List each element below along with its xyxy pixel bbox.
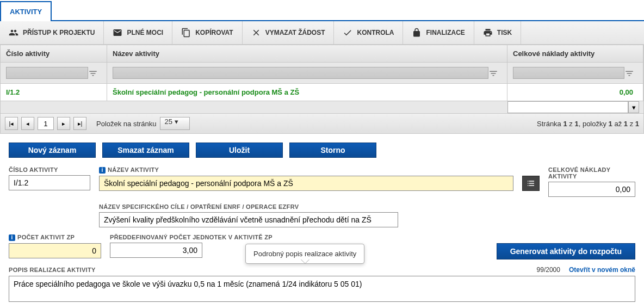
pager-prev[interactable]: ◂ xyxy=(21,117,34,130)
people-icon xyxy=(9,28,18,38)
table-row[interactable]: I/1.2 Školní speciální pedagog - personá… xyxy=(0,84,644,101)
grid: Číslo aktivity Název aktivity Celkové ná… xyxy=(0,45,644,134)
col-header-nazev[interactable]: Název aktivity xyxy=(107,45,507,62)
toolbar-tisk[interactable]: TISK xyxy=(474,21,521,44)
toolbar-label: PLNÉ MOCI xyxy=(127,29,163,36)
funnel-icon[interactable] xyxy=(624,69,634,78)
open-new-window-link[interactable]: Otevřít v novém okně xyxy=(569,266,635,274)
copy-icon xyxy=(181,28,191,38)
grid-filter-row xyxy=(0,63,644,84)
per-page-label: Položek na stránku xyxy=(96,120,157,128)
toolbar-vymazat[interactable]: VYMAZAT ŽÁDOST xyxy=(243,21,335,44)
pager-next[interactable]: ▸ xyxy=(57,117,70,130)
col-header-cislo[interactable]: Číslo aktivity xyxy=(1,45,107,62)
field-cislo-aktivity[interactable] xyxy=(9,175,90,190)
toolbar-label: TISK xyxy=(497,29,512,36)
cell-cislo: I/1.2 xyxy=(1,84,107,101)
field-celkove-naklady[interactable] xyxy=(548,182,635,197)
filter-cislo[interactable] xyxy=(6,67,88,79)
summary-dropdown[interactable]: ▾ xyxy=(628,101,639,113)
form: ČÍSLO AKTIVITY iNÁZEV AKTIVITY CELKOVÉ N… xyxy=(0,162,644,303)
toolbar: PŘÍSTUP K PROJEKTU PLNÉ MOCI KOPÍROVAT V… xyxy=(0,21,644,45)
summary-input[interactable] xyxy=(507,101,628,113)
cell-nazev: Školní speciální pedagog - personální po… xyxy=(107,84,507,101)
field-pocet-aktivit[interactable] xyxy=(9,243,101,258)
pager-page-input[interactable] xyxy=(38,117,54,130)
pager: |◂ ◂ ▸ ▸| Položek na stránku 25 ▾ Stránk… xyxy=(0,114,644,134)
label-preddef: PŘEDDEFINOVANÝ POČET JEDNOTEK V AKTIVITĚ… xyxy=(110,234,202,240)
toolbar-kontrola[interactable]: KONTROLA xyxy=(334,21,403,44)
toolbar-label: VYMAZAT ŽÁDOST xyxy=(265,29,325,36)
tab-bar: AKTIVITY xyxy=(0,0,644,21)
toolbar-label: KOPÍROVAT xyxy=(195,29,233,36)
funnel-icon[interactable] xyxy=(88,69,98,78)
lock-icon xyxy=(412,28,422,38)
col-header-naklady[interactable]: Celkové náklady aktivity xyxy=(507,45,643,62)
toolbar-label: PŘÍSTUP K PROJEKTU xyxy=(23,29,95,36)
save-button[interactable]: Uložit xyxy=(196,143,283,158)
label-pocet: iPOČET AKTIVIT ZP xyxy=(9,234,101,241)
toolbar-finalizace[interactable]: FINALIZACE xyxy=(403,21,474,44)
field-spec-cil[interactable] xyxy=(99,212,398,227)
grid-summary-row: ▾ xyxy=(0,101,644,114)
toolbar-plnemoci[interactable]: PLNÉ MOCI xyxy=(104,21,172,44)
label-cislo: ČÍSLO AKTIVITY xyxy=(9,166,90,173)
check-icon xyxy=(343,28,352,38)
action-buttons: Nový záznam Smazat záznam Uložit Storno xyxy=(0,134,644,162)
cell-naklady: 0,00 xyxy=(507,84,643,101)
print-icon xyxy=(483,28,493,38)
label-celkove: CELKOVÉ NÁKLADY AKTIVITY xyxy=(548,166,635,180)
cancel-button[interactable]: Storno xyxy=(289,143,376,158)
filter-naklady[interactable] xyxy=(513,67,624,79)
mail-icon xyxy=(113,28,122,38)
per-page-select[interactable]: 25 ▾ xyxy=(160,117,190,130)
toolbar-label: FINALIZACE xyxy=(426,29,465,36)
delete-record-button[interactable]: Smazat záznam xyxy=(102,143,189,158)
new-record-button[interactable]: Nový záznam xyxy=(9,143,96,158)
toolbar-label: KONTROLA xyxy=(357,29,394,36)
field-popis-realizace[interactable] xyxy=(9,276,635,302)
tooltip: Podrobný popis realizace aktivity xyxy=(245,244,364,264)
label-nazev: iNÁZEV AKTIVITY xyxy=(99,166,513,174)
pager-info: Stránka 1 z 1, položky 1 až 1 z 1 xyxy=(537,120,639,128)
toolbar-pristup[interactable]: PŘÍSTUP K PROJEKTU xyxy=(0,21,104,44)
cross-icon xyxy=(251,28,261,38)
tab-aktivity[interactable]: AKTIVITY xyxy=(0,1,52,21)
label-popis: POPIS REALIZACE AKTIVITY xyxy=(9,267,96,273)
list-picker-button[interactable] xyxy=(522,176,540,191)
list-icon xyxy=(527,179,535,188)
field-preddef-pocet[interactable] xyxy=(110,243,202,258)
grid-header: Číslo aktivity Název aktivity Celkové ná… xyxy=(0,45,644,63)
generate-button[interactable]: Generovat aktivity do rozpočtu xyxy=(497,243,635,259)
label-spec-cil: NÁZEV SPECIFICKÉHO CÍLE / OPATŘENÍ ENRF … xyxy=(99,203,398,210)
pager-first[interactable]: |◂ xyxy=(5,117,18,130)
funnel-icon[interactable] xyxy=(488,69,498,78)
toolbar-kopirovat[interactable]: KOPÍROVAT xyxy=(172,21,243,44)
char-counter: 99/2000 xyxy=(537,266,560,274)
field-nazev-aktivity[interactable] xyxy=(99,176,513,191)
filter-nazev[interactable] xyxy=(113,67,488,79)
pager-last[interactable]: ▸| xyxy=(73,117,86,130)
